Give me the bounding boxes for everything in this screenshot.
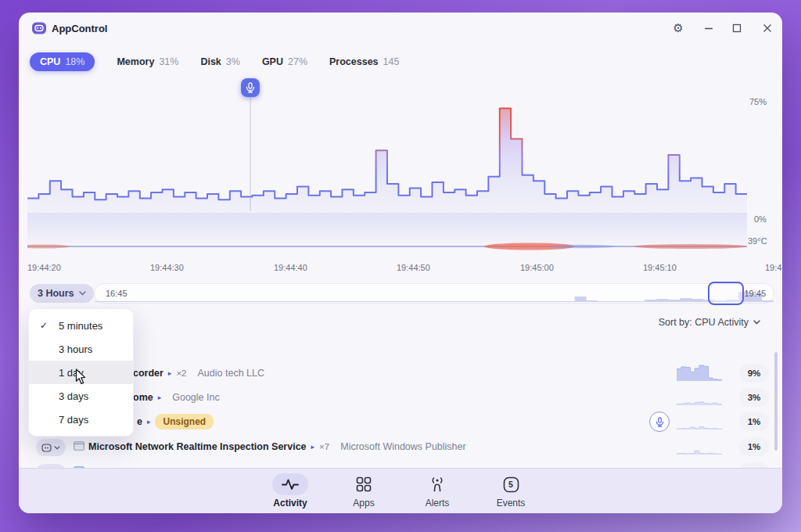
app-mini-icon bbox=[41, 443, 52, 453]
expand-play-icon[interactable]: ▸ bbox=[168, 369, 172, 377]
vertical-scrollbar[interactable] bbox=[774, 352, 778, 451]
chevron-down-icon bbox=[54, 446, 60, 450]
cpu-percent-badge: 3% bbox=[739, 388, 769, 407]
nav-apps[interactable]: Apps bbox=[339, 473, 389, 509]
bottom-navigation: Activity Apps Alerts 5 Events bbox=[19, 468, 782, 513]
cpu-percent-badge: 9% bbox=[739, 364, 769, 383]
instance-count: ×2 bbox=[176, 368, 186, 378]
process-name: ome bbox=[133, 392, 153, 403]
publisher: Google Inc bbox=[172, 392, 219, 403]
events-count: 5 bbox=[508, 480, 513, 489]
check-icon: ✓ bbox=[29, 320, 59, 331]
cpu-percent-badge: 1% bbox=[739, 412, 769, 431]
process-group-toggle[interactable] bbox=[36, 439, 66, 456]
process-row[interactable]: Microsoft Network Realtime Inspection Se… bbox=[19, 435, 782, 458]
nav-events[interactable]: 5 Events bbox=[486, 473, 536, 509]
nav-alerts[interactable]: Alerts bbox=[412, 473, 462, 509]
cpu-sparkline bbox=[677, 365, 722, 382]
instance-count: ×7 bbox=[319, 442, 329, 451]
menu-item-1-day[interactable]: 1 day bbox=[29, 361, 133, 384]
cpu-sparkline bbox=[677, 438, 722, 455]
app-window: AppControl ⚙ CPU18% Memory31% Disk3% GPU… bbox=[19, 13, 782, 513]
expand-play-icon[interactable]: ▸ bbox=[311, 443, 315, 451]
menu-item-3-days[interactable]: 3 days bbox=[29, 384, 133, 408]
cpu-percent-badge: 1% bbox=[739, 437, 769, 456]
unsigned-badge: Unsigned bbox=[155, 414, 214, 430]
microphone-usage-icon[interactable] bbox=[649, 412, 670, 432]
cpu-sparkline bbox=[677, 413, 722, 430]
cpu-sparkline bbox=[677, 389, 722, 406]
process-list: ecorder ▸ ×2 Audio tech LLC 9% ome ▸ Goo… bbox=[19, 13, 782, 513]
apps-grid-icon bbox=[356, 476, 372, 492]
menu-item-7-days[interactable]: 7 days bbox=[29, 408, 133, 431]
activity-pulse-icon bbox=[282, 478, 299, 491]
nav-activity[interactable]: Activity bbox=[265, 473, 315, 509]
window-icon bbox=[74, 441, 84, 451]
menu-item-3-hours[interactable]: 3 hours bbox=[29, 337, 133, 361]
publisher: Audio tech LLC bbox=[198, 368, 264, 379]
menu-item-5-minutes[interactable]: ✓5 minutes bbox=[29, 314, 133, 337]
alerts-broadcast-icon bbox=[429, 476, 446, 492]
expand-play-icon[interactable]: ▸ bbox=[147, 418, 151, 426]
publisher: Microsoft Windows Publisher bbox=[340, 441, 465, 452]
process-name: Microsoft Network Realtime Inspection Se… bbox=[88, 441, 307, 452]
expand-play-icon[interactable]: ▸ bbox=[158, 394, 162, 401]
process-name: e bbox=[137, 416, 142, 427]
time-range-dropdown: ✓5 minutes 3 hours 1 day 3 days 7 days bbox=[28, 308, 134, 437]
